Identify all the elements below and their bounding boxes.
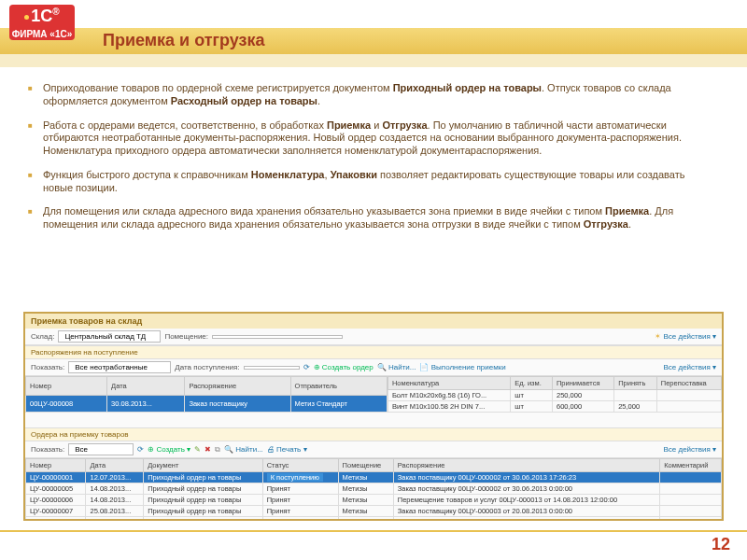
field-pokazat2[interactable]: Все	[68, 443, 134, 455]
label-pokazat2: Показать:	[31, 445, 64, 454]
logo-1c: 1С® ФИРМА «1С»	[9, 5, 75, 55]
sc-heading: Приемка товаров на склад	[25, 314, 722, 329]
slide-title: Приемка и отгрузка	[103, 31, 265, 50]
refresh-icon-2[interactable]: ⟳	[137, 445, 144, 454]
field-pokazat[interactable]: Все неотработанные	[68, 361, 171, 373]
field-sklad[interactable]: Центральный склад ТД	[58, 330, 161, 343]
bullet-item: Для помещения или склада адресного вида …	[28, 205, 700, 231]
bullet-item: Оприходование товаров по ордерной схеме …	[28, 82, 700, 108]
table-row[interactable]: ЦУ-0000000514.08.2013...Приходный ордер …	[26, 483, 722, 495]
label-pokazat: Показать:	[31, 363, 64, 371]
table-row[interactable]: ЦУ-0000000320.08.2013...Приходный ордер …	[26, 517, 722, 522]
table-row[interactable]: ЦУ-0000000112.07.2013...Приходный ордер …	[26, 472, 722, 483]
label-data-post: Дата поступления:	[175, 363, 239, 371]
btn-exec[interactable]: 📄 Выполнение приемки	[419, 363, 505, 371]
label-sklad: Склад:	[31, 332, 54, 341]
table-row[interactable]: ЦУ-0000000614.08.2013...Приходный ордер …	[26, 495, 722, 506]
link-all-actions[interactable]: ✶ Все действия ▾	[655, 332, 716, 341]
table-row[interactable]: Винт М10х100.58 2H DIN 7...шт600,00025,0…	[388, 401, 721, 413]
col-header[interactable]: Документ	[144, 459, 263, 472]
field-data-post[interactable]	[244, 366, 300, 370]
btn-find[interactable]: 🔍 Найти...	[377, 363, 416, 371]
edit-icon[interactable]: ✎	[194, 445, 201, 454]
refresh-icon[interactable]: ⟳	[303, 363, 310, 371]
table-row[interactable]: ЦУ-0000000725.08.2013...Приходный ордер …	[26, 506, 722, 517]
col-header[interactable]: Статус	[262, 459, 338, 472]
col-header[interactable]: Распоряжение	[393, 459, 659, 472]
page-number: 12	[712, 535, 730, 554]
table-row[interactable]: 00ЦУ-00000830.08.2013...Заказ поставщику…	[26, 396, 388, 413]
btn-create-order[interactable]: ⊕ Создать ордер	[314, 363, 374, 371]
table-row[interactable]: Болт М10х20х6g.58 (16) ГО...шт250,000	[388, 390, 721, 401]
section-rasporyazheniya: Распоряжения на поступление	[25, 345, 722, 359]
link-all-actions-2[interactable]: Все действия ▾	[663, 363, 716, 371]
section-ordera: Ордера на приемку товаров	[25, 427, 722, 441]
col-header[interactable]: Номер	[26, 377, 107, 396]
label-pomesh: Помещение:	[164, 332, 208, 341]
col-header[interactable]: Комментарий	[660, 459, 722, 472]
col-header[interactable]: Номер	[26, 459, 86, 472]
btn-print[interactable]: 🖨 Печать ▾	[267, 445, 307, 454]
table-ordera[interactable]: НомерДатаДокументСтатусПомещениеРаспоряж…	[25, 458, 722, 521]
col-header[interactable]: Помещение	[338, 459, 393, 472]
content-body: Оприходование товаров по ордерной схеме …	[28, 82, 700, 243]
header-shade	[0, 54, 747, 67]
col-header[interactable]: Перепоставка	[656, 377, 721, 390]
col-header[interactable]: Номенклатура	[388, 377, 510, 390]
col-header[interactable]: Ед. изм.	[511, 377, 553, 390]
bullet-item: Работа с ордерами ведется, соответственн…	[28, 119, 700, 158]
field-pomesh[interactable]	[212, 335, 343, 339]
delete-icon[interactable]: ✖	[204, 445, 211, 454]
link-all-actions-3[interactable]: Все действия ▾	[663, 445, 716, 454]
btn-create[interactable]: ⊕ Создать ▾	[148, 445, 190, 454]
col-header[interactable]: Отправитель	[290, 377, 387, 396]
btn-find-2[interactable]: 🔍 Найти...	[224, 445, 263, 454]
copy-icon[interactable]: ⧉	[215, 445, 220, 455]
col-header[interactable]: Дата	[86, 459, 144, 472]
col-header[interactable]: Распоряжение	[185, 377, 290, 396]
col-header[interactable]: Принять	[614, 377, 657, 390]
col-header[interactable]: Принимается	[552, 377, 613, 390]
app-screenshot: Приемка товаров на склад Склад: Централь…	[23, 312, 724, 521]
table-rasporyazheniya[interactable]: НомерДатаРаспоряжениеОтправитель00ЦУ-000…	[25, 376, 388, 413]
col-header[interactable]: Дата	[107, 377, 185, 396]
footer-line	[0, 530, 747, 532]
table-nomenklatura[interactable]: НоменклатураЕд. изм.ПринимаетсяПринятьПе…	[388, 376, 722, 413]
bullet-item: Функция быстрого доступа к справочникам …	[28, 169, 700, 195]
